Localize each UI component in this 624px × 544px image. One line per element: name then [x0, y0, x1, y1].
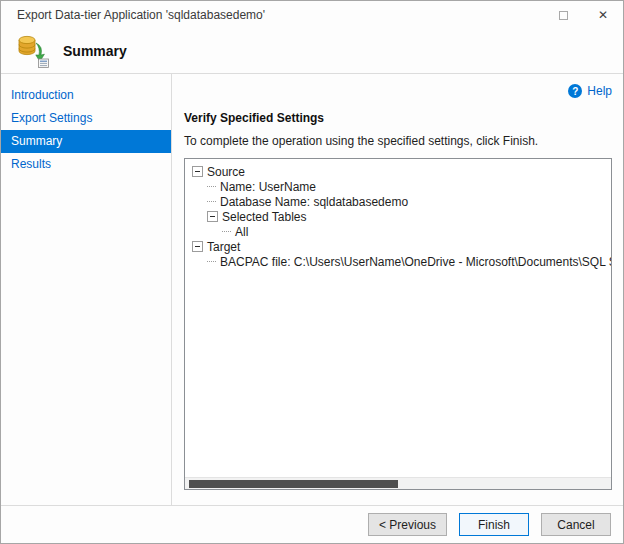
tree-node-bacpac-file[interactable]: BACPAC file: C:\Users\UserName\OneDrive … — [207, 254, 611, 269]
title-bar: Export Data-tier Application 'sqldatabas… — [1, 1, 623, 29]
help-icon: ? — [568, 84, 582, 98]
summary-tree: Source Name: UserName Database Name: sql… — [185, 159, 611, 269]
finish-button[interactable]: Finish — [459, 513, 529, 536]
tree-connector — [207, 186, 216, 187]
tree-connector — [207, 261, 216, 262]
tree-node-selected-tables[interactable]: Selected Tables — [207, 209, 611, 224]
instruction-text: To complete the operation using the spec… — [184, 134, 612, 148]
tree-node-label: Database Name: sqldatabasedemo — [220, 195, 408, 209]
window-title: Export Data-tier Application 'sqldatabas… — [17, 8, 265, 22]
sidebar-item-label: Summary — [11, 134, 62, 148]
tree-node-target[interactable]: Target — [192, 239, 611, 254]
cancel-button[interactable]: Cancel — [541, 513, 611, 536]
tree-connector — [207, 201, 216, 202]
close-button[interactable]: ✕ — [583, 1, 623, 29]
tree-node-label: All — [235, 225, 248, 239]
wizard-header: Summary — [1, 29, 623, 73]
sidebar-item-results[interactable]: Results — [1, 153, 171, 176]
help-link[interactable]: ? Help — [184, 74, 612, 99]
sidebar-item-summary[interactable]: Summary — [1, 130, 171, 153]
collapse-icon[interactable] — [192, 241, 203, 252]
sidebar-item-label: Introduction — [11, 88, 74, 102]
verify-settings-heading: Verify Specified Settings — [184, 111, 612, 125]
sidebar-item-label: Export Settings — [11, 111, 92, 125]
summary-pane: ? Help Verify Specified Settings To comp… — [171, 74, 623, 505]
sidebar-item-label: Results — [11, 157, 51, 171]
export-database-icon — [15, 33, 51, 69]
previous-button[interactable]: < Previous — [368, 513, 447, 536]
wizard-steps-sidebar: Introduction Export Settings Summary Res… — [1, 74, 171, 505]
tree-node-all[interactable]: All — [222, 224, 611, 239]
wizard-body: Introduction Export Settings Summary Res… — [1, 73, 623, 505]
help-label: Help — [587, 84, 612, 98]
page-title: Summary — [63, 43, 127, 59]
sidebar-item-introduction[interactable]: Introduction — [1, 84, 171, 107]
close-icon: ✕ — [598, 9, 608, 21]
tree-node-label: BACPAC file: C:\Users\UserName\OneDrive … — [220, 255, 612, 269]
tree-node-source[interactable]: Source — [192, 164, 611, 179]
tree-node-label: Name: UserName — [220, 180, 316, 194]
maximize-icon — [559, 11, 568, 20]
tree-node-name[interactable]: Name: UserName — [207, 179, 611, 194]
tree-node-label: Source — [207, 165, 245, 179]
export-data-tier-dialog: Export Data-tier Application 'sqldatabas… — [0, 0, 624, 544]
wizard-footer: < Previous Finish Cancel — [1, 505, 623, 543]
horizontal-scrollbar[interactable] — [185, 477, 611, 489]
summary-tree-panel: Source Name: UserName Database Name: sql… — [184, 158, 612, 490]
sidebar-item-export-settings[interactable]: Export Settings — [1, 107, 171, 130]
tree-node-database-name[interactable]: Database Name: sqldatabasedemo — [207, 194, 611, 209]
tree-connector — [222, 231, 231, 232]
window-controls: ✕ — [543, 1, 623, 29]
collapse-icon[interactable] — [207, 211, 218, 222]
horizontal-scrollbar-thumb[interactable] — [189, 480, 398, 488]
collapse-icon[interactable] — [192, 166, 203, 177]
maximize-button[interactable] — [543, 1, 583, 29]
tree-node-label: Target — [207, 240, 240, 254]
tree-node-label: Selected Tables — [222, 210, 307, 224]
